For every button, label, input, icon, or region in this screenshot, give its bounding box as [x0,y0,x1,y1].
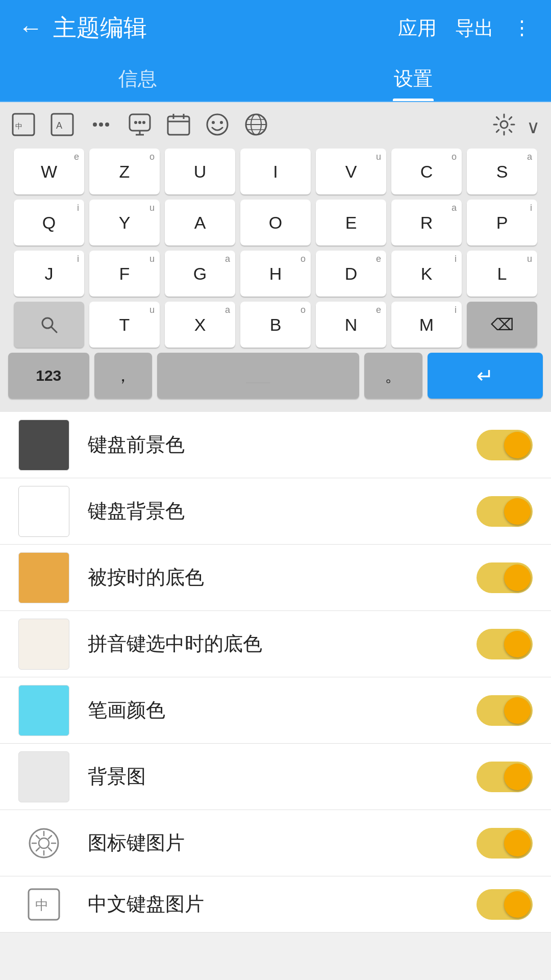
chinese-input-icon[interactable]: 中 [11,112,36,141]
chinese-keyboard-image-toggle[interactable] [477,889,533,920]
icon-key-image-swatch[interactable] [18,818,69,869]
key-C[interactable]: Co [391,149,462,194]
tab-info[interactable]: 信息 [0,56,276,101]
key-J[interactable]: Ji [14,251,84,297]
globe-icon[interactable] [244,112,268,141]
key-pressed-bg-swatch[interactable] [18,552,69,603]
stroke-color-swatch[interactable] [18,685,69,736]
key-S[interactable]: Sa [467,149,537,194]
settings-item-pinyin-selected-bg[interactable]: 拼音键选中时的底色 [0,611,551,677]
keyboard-bg-label: 键盘背景色 [88,498,477,524]
key-space[interactable]: ___ [157,353,359,399]
keyboard-toolbar: 中 A [8,112,543,141]
keyboard-bg-toggle[interactable] [477,496,533,527]
keyboard-row-4: Tu Xa Bo Ne Mi ⌫ [8,302,543,348]
key-M[interactable]: Mi [391,302,462,348]
more-button[interactable]: ⋮ [512,17,533,39]
pinyin-selected-bg-toggle[interactable] [477,629,533,659]
key-O[interactable]: O [240,200,311,246]
svg-point-9 [138,121,141,124]
key-I[interactable]: I [240,149,311,194]
svg-point-8 [134,121,137,124]
key-period[interactable]: 。 [364,353,422,399]
emoji-icon[interactable] [205,112,230,141]
key-G[interactable]: Ga [165,251,235,297]
key-search[interactable] [14,302,84,348]
chevron-down-icon[interactable]: ∨ [527,116,540,138]
svg-point-18 [212,121,215,124]
key-H[interactable]: Ho [240,251,311,297]
key-R[interactable]: Ra [391,200,462,246]
tab-bar: 信息 设置 [0,56,551,102]
key-num[interactable]: 123 [8,353,89,399]
key-A[interactable]: A [165,200,235,246]
keyboard-fg-label: 键盘前景色 [88,432,477,458]
keyboard-fg-toggle[interactable] [477,430,533,460]
svg-text:中: 中 [35,897,48,913]
icon-key-image-toggle[interactable] [477,828,533,859]
key-backspace[interactable]: ⌫ [467,302,537,348]
key-comma[interactable]: ， [94,353,152,399]
keyboard-fg-swatch[interactable] [18,420,69,471]
settings-item-stroke-color[interactable]: 笔画颜色 [0,677,551,744]
key-Z[interactable]: Zo [89,149,160,194]
key-K[interactable]: Ki [391,251,462,297]
settings-list: 键盘前景色 键盘背景色 被按时的底色 拼音键选中时的底色 笔画颜色 背景图 [0,412,551,933]
key-E[interactable]: E [316,200,386,246]
svg-point-5 [99,122,103,127]
key-B[interactable]: Bo [240,302,311,348]
svg-point-17 [207,114,228,135]
settings-item-keyboard-bg[interactable]: 键盘背景色 [0,478,551,545]
svg-point-25 [500,121,508,128]
keyboard-preview: 中 A [0,102,551,412]
key-pressed-bg-label: 被按时的底色 [88,565,477,591]
chinese-keyboard-image-swatch[interactable]: 中 [18,879,69,930]
key-pressed-bg-toggle[interactable] [477,562,533,593]
svg-point-4 [93,122,97,127]
keyboard-row-1: We Zo U I Vu Co Sa [8,149,543,194]
keyboard-bottom-row: 123 ， ___ 。 ↵ [8,353,543,399]
key-Q[interactable]: Qi [14,200,84,246]
settings-icon[interactable] [492,112,516,141]
keyboard-row-3: Ji Fu Ga Ho De Ki Lu [8,251,543,297]
export-button[interactable]: 导出 [455,15,494,41]
page-title: 主题编辑 [53,12,398,44]
key-N[interactable]: Ne [316,302,386,348]
pinyin-selected-bg-label: 拼音键选中时的底色 [88,631,477,657]
settings-item-chinese-keyboard-image[interactable]: 中 中文键盘图片 [0,876,551,933]
key-enter[interactable]: ↵ [428,353,543,399]
key-V[interactable]: Vu [316,149,386,194]
keyboard-bg-swatch[interactable] [18,486,69,537]
settings-item-keyboard-fg[interactable]: 键盘前景色 [0,412,551,478]
key-T[interactable]: Tu [89,302,160,348]
apply-button[interactable]: 应用 [398,15,437,41]
key-F[interactable]: Fu [89,251,160,297]
text-input-icon[interactable]: A [50,112,74,141]
top-bar: ← 主题编辑 应用 导出 ⋮ [0,0,551,56]
svg-rect-13 [168,116,189,135]
key-L[interactable]: Lu [467,251,537,297]
settings-item-key-pressed-bg[interactable]: 被按时的底色 [0,545,551,611]
speech-icon[interactable] [128,112,152,141]
key-Y[interactable]: Yu [89,200,160,246]
key-X[interactable]: Xa [165,302,235,348]
calendar-icon[interactable] [166,112,191,141]
settings-item-bg-image[interactable]: 背景图 [0,744,551,810]
key-U[interactable]: U [165,149,235,194]
key-D[interactable]: De [316,251,386,297]
bg-image-swatch[interactable] [18,751,69,802]
key-W[interactable]: We [14,149,84,194]
svg-line-27 [52,327,57,332]
svg-text:A: A [56,120,62,131]
back-button[interactable]: ← [18,16,43,40]
settings-item-icon-key-image[interactable]: 图标键图片 [0,810,551,876]
svg-point-10 [142,121,145,124]
tab-settings[interactable]: 设置 [276,56,551,101]
svg-point-29 [39,838,49,848]
stroke-color-toggle[interactable] [477,695,533,726]
keyboard-tool-right: ∨ [492,112,540,141]
key-P[interactable]: Pi [467,200,537,246]
pinyin-selected-bg-swatch[interactable] [18,619,69,670]
dots-input-icon[interactable] [89,112,113,141]
bg-image-toggle[interactable] [477,762,533,792]
